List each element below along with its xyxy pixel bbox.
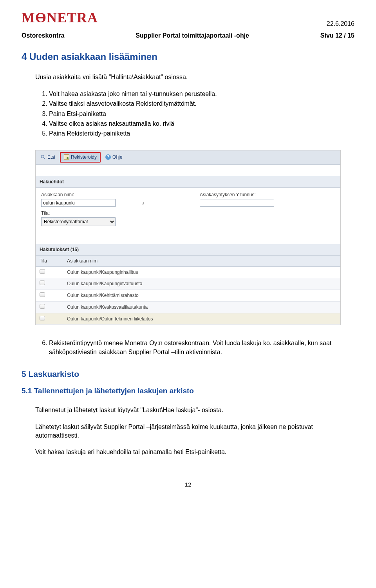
status-icon [40, 280, 45, 285]
document-subheader: Ostoreskontra Supplier Portal toimittaja… [22, 31, 354, 40]
steps-list-2: Rekisteröintipyyntö menee Monetra Oy:n o… [49, 339, 354, 356]
list-item: Valitse tilaksi alasvetovalikosta Rekist… [49, 100, 354, 108]
table-row[interactable]: Oulun kaupunki/Kaupunginvaltuusto [36, 278, 340, 290]
svg-point-0 [41, 155, 44, 158]
table-row[interactable]: Oulun kaupunki/Kaupunginhallitus [36, 266, 340, 278]
register-icon [64, 154, 69, 160]
row-name: Oulun kaupunki/Oulun tekninen liikelaito… [63, 313, 340, 325]
intro-paragraph: Uusia asiakkaita voi lisätä "Hallinta\As… [35, 73, 354, 81]
list-item: Rekisteröintipyyntö menee Monetra Oy:n o… [49, 339, 354, 356]
ohje-button[interactable]: ? Ohje [102, 152, 125, 163]
info-icon[interactable]: i [140, 201, 146, 206]
heading-4: 4 Uuden asiakkaan lisääminen [22, 50, 354, 63]
heading-5-1: 5.1 Tallennettujen ja lähetettyjen lasku… [22, 386, 354, 396]
ytunnus-input[interactable] [200, 199, 274, 207]
rekisteroidy-button[interactable]: Rekisteröidy [60, 152, 101, 163]
col-tila[interactable]: Tila [36, 256, 63, 266]
heading-5: 5 Laskuarkisto [22, 368, 354, 380]
status-icon [40, 292, 45, 297]
status-icon [40, 269, 45, 274]
status-icon [40, 304, 45, 309]
list-item: Voit hakea asiakasta joko nimen tai y-tu… [49, 90, 354, 98]
asiakkaan-nimi-label: Asiakkaan nimi: [41, 192, 176, 198]
paragraph: Tallennetut ja lähetetyt laskut löytyvät… [35, 406, 354, 414]
subheader-right: Sivu 12 / 15 [320, 31, 354, 40]
table-row[interactable]: Oulun kaupunki/Keskusvaalilautakunta [36, 301, 340, 313]
help-icon: ? [105, 154, 111, 160]
table-row[interactable]: Oulun kaupunki/Oulun tekninen liikelaito… [36, 313, 340, 325]
tila-label: Tila: [41, 210, 176, 217]
paragraph: Voit hakea laskuja eri hakuehdoilla tai … [35, 448, 354, 456]
steps-list: Voit hakea asiakasta joko nimen tai y-tu… [49, 90, 354, 138]
list-item: Valitse oikea asiakas naksauttamalla ko.… [49, 119, 354, 128]
col-asiakkaan-nimi[interactable]: Asiakkaan nimi [63, 256, 340, 266]
row-name: Oulun kaupunki/Kaupunginvaltuusto [63, 278, 340, 290]
search-form: Asiakkaan nimi: i Tila: Rekisteröitymätt… [36, 188, 340, 232]
asiakkaan-nimi-input[interactable] [41, 199, 116, 207]
list-item: Paina Rekisteröidy-painiketta [49, 129, 354, 138]
page-number: 12 [22, 480, 354, 488]
results-table: Tila Asiakkaan nimi Oulun kaupunki/Kaupu… [36, 256, 340, 325]
tila-select[interactable]: Rekisteröitymättömät [41, 217, 116, 226]
row-name: Oulun kaupunki/Kaupunginhallitus [63, 266, 340, 278]
document-date: 22.6.2016 [327, 20, 354, 28]
hakutulokset-header: Hakutulokset (15) [36, 244, 340, 256]
table-row[interactable]: Oulun kaupunki/Kehittämisrahasto [36, 290, 340, 302]
subheader-center: Supplier Portal toimittajaportaali -ohje [136, 31, 249, 40]
ohje-label: Ohje [112, 154, 122, 161]
app-screenshot: Etsi Rekisteröidy ? Ohje Hakuehdot Asiak… [35, 150, 341, 326]
row-name: Oulun kaupunki/Keskusvaalilautakunta [63, 301, 340, 313]
list-item: Paina Etsi-painiketta [49, 110, 354, 118]
paragraph: Lähetetyt laskut säilyvät Supplier Porta… [35, 423, 354, 440]
search-icon [40, 154, 46, 160]
status-icon [40, 316, 45, 320]
etsi-label: Etsi [47, 154, 55, 161]
toolbar: Etsi Rekisteröidy ? Ohje [36, 150, 340, 165]
hakuehdot-header: Hakuehdot [36, 176, 340, 188]
logo: MONETRA [22, 8, 354, 27]
etsi-button[interactable]: Etsi [37, 152, 58, 163]
svg-line-1 [44, 158, 45, 159]
rekisteroidy-label: Rekisteröidy [71, 154, 97, 161]
row-name: Oulun kaupunki/Kehittämisrahasto [63, 290, 340, 302]
ytunnus-label: Asiakasyrityksen Y-tunnus: [200, 192, 335, 198]
subheader-left: Ostoreskontra [22, 31, 64, 40]
